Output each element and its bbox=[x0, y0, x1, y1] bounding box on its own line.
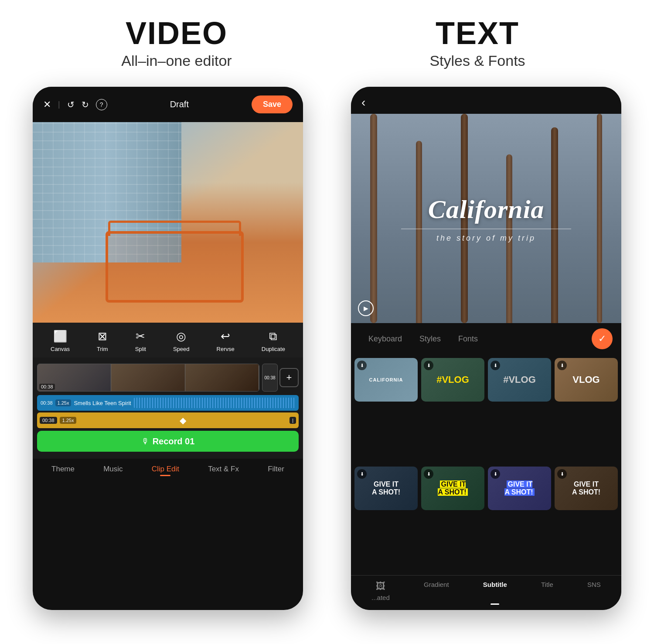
vlog3-text: VLOG bbox=[572, 374, 600, 385]
animated-nav[interactable]: 🖼 ...ated bbox=[371, 581, 390, 601]
california-card-text: CALIFORNIA bbox=[369, 377, 403, 382]
style-grid: ⬇ CALIFORNIA ⬇ #VLOG ⬇ #VLOG bbox=[351, 354, 621, 575]
give-style-card-1[interactable]: ⬇ GIVE ITA SHOT! bbox=[354, 467, 418, 510]
animated-label: ...ated bbox=[371, 594, 390, 601]
clip-1[interactable]: 00:38 bbox=[37, 364, 111, 391]
vlog3-card-bg: ⬇ VLOG bbox=[555, 358, 618, 402]
audio-label: Smells Like Teen Spirit bbox=[74, 400, 131, 406]
fonts-tab[interactable]: Fonts bbox=[450, 331, 487, 347]
video-editor-header: ✕ | ↺ ↻ ? Draft Save bbox=[33, 87, 303, 122]
download-icon-6: ⬇ bbox=[424, 469, 433, 479]
sns-nav[interactable]: SNS bbox=[587, 581, 601, 601]
filter-nav[interactable]: Filter bbox=[268, 465, 284, 474]
california-divider bbox=[401, 229, 572, 229]
give-style-card-3[interactable]: ⬇ GIVE ITA SHOT! bbox=[488, 467, 551, 510]
california-style-card[interactable]: ⬇ CALIFORNIA bbox=[354, 358, 418, 402]
editing-toolbar: ⬜ Canvas ⊠ Trim ✂ Split ◎ Speed ↩ Rervse… bbox=[33, 323, 303, 358]
vlog2-text: #VLOG bbox=[503, 374, 536, 385]
subtitle-nav[interactable]: Subtitle bbox=[483, 581, 507, 601]
clip-3[interactable] bbox=[185, 364, 259, 391]
canvas-tool[interactable]: ⬜ Canvas bbox=[51, 330, 70, 352]
back-button[interactable]: ‹ bbox=[361, 95, 365, 109]
title-label: Title bbox=[541, 581, 553, 588]
clip-2[interactable] bbox=[111, 364, 185, 391]
give4-text: GIVE ITA SHOT! bbox=[572, 480, 600, 496]
style-bottom-nav: 🖼 ...ated Gradient Subtitle Title SNS bbox=[351, 575, 621, 610]
audio-time: 00:38 bbox=[41, 400, 53, 405]
title-nav[interactable]: Title bbox=[541, 581, 553, 601]
subtitle-label: Subtitle bbox=[483, 581, 507, 588]
video-track: 00:38 00:38 + bbox=[33, 362, 303, 393]
cart-area bbox=[60, 172, 290, 303]
record-icon: 🎙 bbox=[141, 437, 149, 446]
timeline-area: 00:38 00:38 + 00:38 1.25x Smells Like Te… bbox=[33, 358, 303, 459]
trim-label: Trim bbox=[97, 346, 108, 352]
vlog1-card-bg: ⬇ #VLOG bbox=[421, 358, 484, 402]
vlog1-text: #VLOG bbox=[436, 374, 469, 385]
download-icon-1: ⬇ bbox=[357, 361, 367, 370]
right-video-preview: California the story of my trip ▶ bbox=[351, 114, 621, 323]
trim-icon: ⊠ bbox=[98, 330, 107, 343]
redo-icon[interactable]: ↻ bbox=[82, 99, 89, 110]
trim-tool[interactable]: ⊠ Trim bbox=[97, 330, 108, 352]
vlog-style-card-2[interactable]: ⬇ #VLOG bbox=[488, 358, 551, 402]
help-icon[interactable]: ? bbox=[96, 99, 107, 110]
download-icon-3: ⬇ bbox=[490, 361, 500, 370]
right-title: TEXT bbox=[327, 17, 628, 49]
vlog-style-card-3[interactable]: ⬇ VLOG bbox=[555, 358, 618, 402]
undo-icon[interactable]: ↺ bbox=[67, 99, 75, 110]
download-icon-2: ⬇ bbox=[424, 361, 433, 370]
bottom-navigation: Theme Music Clip Edit Text & Fx Filter bbox=[33, 459, 303, 482]
clip-end-time: 00:38 bbox=[264, 375, 275, 380]
close-icon[interactable]: ✕ bbox=[43, 99, 51, 110]
give-style-card-2[interactable]: ⬇ GIVE ITA SHOT! bbox=[421, 467, 484, 510]
right-header: TEXT Styles & Fonts bbox=[327, 17, 628, 69]
page-header: VIDEO All–in–one editor TEXT Styles & Fo… bbox=[0, 0, 654, 78]
add-clip-button[interactable]: + bbox=[279, 368, 299, 387]
video-clips[interactable]: 00:38 bbox=[37, 364, 259, 392]
record-label: Record 01 bbox=[153, 436, 195, 446]
audio-track[interactable]: 00:38 1.25x Smells Like Teen Spirit bbox=[37, 395, 299, 411]
styles-tab[interactable]: Styles bbox=[411, 331, 450, 347]
duplicate-tool[interactable]: ⧉ Duplicate bbox=[262, 330, 285, 352]
theme-nav[interactable]: Theme bbox=[51, 465, 75, 474]
diamond-icon: ◆ bbox=[180, 415, 186, 426]
effects-track[interactable]: 00:38 1.25x ◆ | bbox=[37, 412, 299, 428]
keyboard-tab[interactable]: Keyboard bbox=[360, 331, 411, 347]
record-track[interactable]: 🎙 Record 01 bbox=[37, 431, 299, 452]
california-card-bg: ⬇ CALIFORNIA bbox=[354, 358, 418, 402]
vlog-style-card-1[interactable]: ⬇ #VLOG bbox=[421, 358, 484, 402]
scene-background bbox=[33, 122, 303, 323]
divider: | bbox=[58, 100, 60, 109]
download-icon-7: ⬇ bbox=[490, 469, 500, 479]
split-tool[interactable]: ✂ Split bbox=[135, 330, 146, 352]
draft-label: Draft bbox=[114, 99, 245, 109]
give1-card-bg: ⬇ GIVE ITA SHOT! bbox=[354, 467, 418, 510]
give3-text: GIVE ITA SHOT! bbox=[504, 480, 534, 496]
reverse-tool[interactable]: ↩ Rervse bbox=[217, 330, 235, 352]
gradient-label: Gradient bbox=[424, 581, 449, 588]
effects-time: 00:38 bbox=[40, 417, 57, 424]
effects-end-marker: | bbox=[290, 417, 296, 424]
give3-card-bg: ⬇ GIVE ITA SHOT! bbox=[488, 467, 551, 510]
gradient-nav[interactable]: Gradient bbox=[424, 581, 449, 601]
music-nav[interactable]: Music bbox=[103, 465, 123, 474]
phones-container: ✕ | ↺ ↻ ? Draft Save ⬜ Canvas ⊠ bbox=[0, 78, 654, 644]
text-style-tabs: Keyboard Styles Fonts ✓ bbox=[351, 323, 621, 354]
audio-waveform bbox=[134, 398, 295, 408]
effects-speed: 1.25x bbox=[60, 417, 77, 424]
left-header: VIDEO All–in–one editor bbox=[26, 17, 327, 69]
duplicate-icon: ⧉ bbox=[269, 330, 277, 343]
save-button[interactable]: Save bbox=[252, 95, 293, 113]
play-button[interactable]: ▶ bbox=[358, 300, 374, 316]
download-icon-8: ⬇ bbox=[557, 469, 567, 479]
left-title: VIDEO bbox=[26, 17, 327, 49]
text-fx-nav[interactable]: Text & Fx bbox=[208, 465, 239, 474]
confirm-button[interactable]: ✓ bbox=[592, 328, 613, 349]
download-icon-4: ⬇ bbox=[557, 361, 567, 370]
split-icon: ✂ bbox=[136, 330, 145, 343]
clip-edit-nav[interactable]: Clip Edit bbox=[152, 465, 179, 474]
give-style-card-4[interactable]: ⬇ GIVE ITA SHOT! bbox=[555, 467, 618, 510]
canvas-label: Canvas bbox=[51, 346, 70, 352]
speed-tool[interactable]: ◎ Speed bbox=[173, 330, 190, 352]
